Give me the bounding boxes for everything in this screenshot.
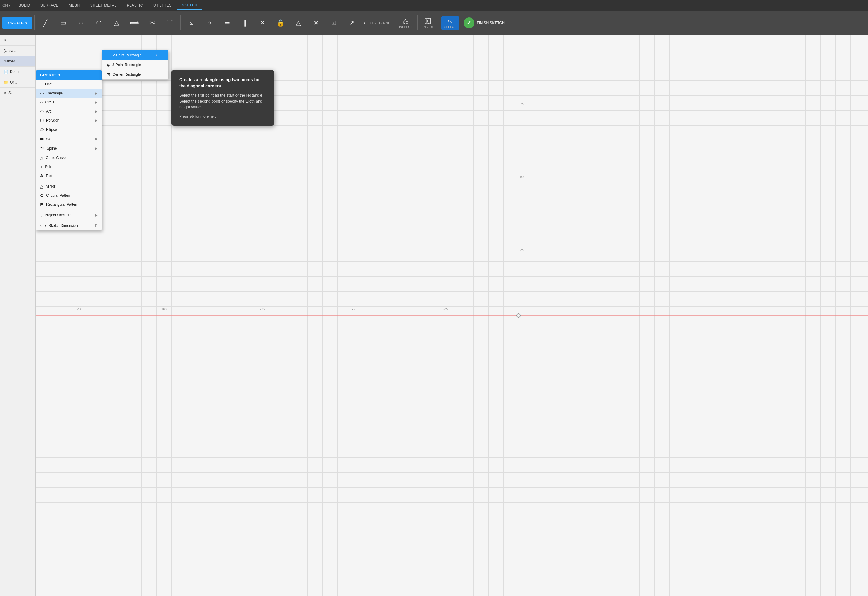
design-dropdown[interactable]: GN ▾ [2,3,10,7]
spline-menu-icon: 〜 [40,146,44,151]
menu-item-circular-pattern[interactable]: ✿ Circular Pattern [36,191,102,200]
tool-constraint-arr[interactable]: ↗ [343,13,360,32]
tool-constraint-3[interactable]: ═ [219,13,235,32]
tool-constraint-tri[interactable]: △ [290,13,307,32]
slot-menu-icon: ⬬ [40,136,44,142]
tab-sheet-metal[interactable]: SHEET METAL [86,1,122,9]
tab-utilities[interactable]: UTILITIES [148,1,177,9]
ellipse-menu-icon: ⬭ [40,127,44,132]
circle-arrow-icon: ▶ [95,100,98,104]
menu-item-ellipse[interactable]: ⬭ Ellipse [36,125,102,134]
tool-constraint-5[interactable]: ✕ [254,13,271,32]
tab-surface[interactable]: SURFACE [35,1,64,9]
slot-arrow-icon: ▶ [95,137,98,141]
menu-item-text-left: A Text [40,173,98,178]
menu-item-point[interactable]: + Point [36,162,102,171]
tab-solid[interactable]: SOLID [13,1,35,9]
sidebar-item-sk[interactable]: ✏ Sk... [0,88,35,98]
tool-constraint-4[interactable]: ∥ [236,13,253,32]
menu-item-arc-label: Arc [46,109,52,114]
separator-1 [34,15,35,31]
rect2-more-icon[interactable]: ⋯ [160,53,164,58]
ruler-v-1: 75 [521,102,523,106]
tool-constraint-cross[interactable]: ✕ [308,13,324,32]
menu-item-text[interactable]: A Text [36,171,102,180]
canvas-area[interactable]: -125 -100 -75 -50 -25 75 50 25 CREATE ▾ … [35,35,868,596]
inspect-icon: ⚖ [402,18,409,25]
menu-item-polygon[interactable]: ⬡ Polygon ▶ [36,116,102,125]
submenu-item-center-rect[interactable]: ⊡ Center Rectangle [102,70,168,79]
submenu-item-center-label: Center Rectangle [112,72,140,77]
create-dropdown-menu: CREATE ▾ ╌ Line L ▭ Rectangle ▶ [35,70,102,230]
menu-item-sketch-dimension[interactable]: ⟷ Sketch Dimension D [36,221,102,230]
rect-icon: ▭ [60,19,67,27]
ruler-h-4: -50 [352,308,356,311]
arr-icon: ↗ [349,19,354,27]
menu-item-mirror[interactable]: △ Mirror [36,182,102,191]
submenu-item-2point-label: 2-Point Rectangle [113,53,142,57]
sidebar-item-named[interactable]: Named [0,56,35,66]
tool-rect[interactable]: ▭ [55,13,71,32]
tab-sketch[interactable]: SKETCH [177,1,203,10]
menu-item-slot-label: Slot [46,137,53,141]
create-menu-arrow-icon: ▾ [58,73,61,77]
select-icon: ↖ [447,18,453,25]
menu-item-arc[interactable]: ◠ Arc ▶ [36,107,102,116]
docum-icon: 📄 [4,70,8,74]
polygon-menu-icon: ⬡ [40,118,44,123]
sidebar-item-or[interactable]: 📁 Or... [0,77,35,88]
tool-constraint-1[interactable]: ⊾ [183,13,200,32]
design-label: GN ▾ [2,3,10,7]
submenu-item-3point-rect[interactable]: ⬙ 3-Point Rectangle [102,60,168,70]
tool-curve[interactable]: ⌒ [161,13,178,32]
inspect-button[interactable]: ⚖ INSPECT [396,16,415,31]
menu-item-rect-pattern[interactable]: ⊞ Rectangular Pattern [36,200,102,209]
menu-item-project-include[interactable]: ↓ Project / Include ▶ [36,211,102,220]
menu-item-spline[interactable]: 〜 Spline ▶ [36,143,102,153]
rect-arrow-icon: ▶ [95,91,98,95]
tool-dimension[interactable]: ⟺ [126,13,143,32]
constraints-label: CONSTRAINTS [370,21,392,25]
menu-item-line[interactable]: ╌ Line L [36,80,102,89]
tab-mesh[interactable]: MESH [64,1,85,9]
menu-item-circle-label: Circle [45,100,54,104]
insert-button[interactable]: 🖼 INSERT [420,16,437,31]
menu-item-dimension-label: Sketch Dimension [49,223,78,228]
menu-item-conic[interactable]: △ Conic Curve [36,153,102,162]
tool-arc[interactable]: ◠ [90,13,107,32]
menu-item-ellipse-left: ⬭ Ellipse [40,127,98,132]
constraint1-icon: ⊾ [189,19,194,27]
sidebar-item-r[interactable]: R [0,35,35,46]
create-label: CREATE [8,21,24,25]
sidebar-item-docum[interactable]: 📄 Docum... [0,66,35,77]
tooltip-title: Creates a rectangle using two points for… [179,77,266,89]
menu-item-rectangle[interactable]: ▭ Rectangle ▶ [36,89,102,98]
tool-triangle[interactable]: △ [108,13,125,32]
tab-plastic[interactable]: PLASTIC [122,1,148,9]
rect3-icon: ⬙ [106,62,110,67]
menu-item-circle[interactable]: ○ Circle ▶ [36,98,102,107]
tool-constraint-lock[interactable]: 🔒 [272,13,289,32]
menu-item-conic-left: △ Conic Curve [40,155,98,160]
dimension-menu-icon: ⟷ [40,223,46,228]
constraints-dropdown[interactable]: ▾ [361,13,368,32]
origin-marker [516,313,521,317]
menu-item-text-label: Text [46,174,52,178]
tabs-row: GN ▾ SOLID SURFACE MESH SHEET METAL PLAS… [0,0,868,11]
tool-constraint-2[interactable]: ○ [201,13,217,32]
main-layout: R (Unsa... Named 📄 Docum... 📁 Or... ✏ Sk… [0,35,868,596]
tool-line[interactable]: ╱ [37,13,54,32]
create-button[interactable]: CREATE ▾ [2,17,32,29]
sidebar-item-unsaved[interactable]: (Unsa... [0,46,35,56]
tool-circle[interactable]: ○ [72,13,89,32]
menu-item-project-label: Project / Include [45,213,71,217]
finish-sketch-button[interactable]: ✓ FINISH SKETCH [464,18,505,28]
tool-constraint-sym[interactable]: ⊡ [325,13,342,32]
ruler-h-1: -125 [77,308,83,311]
select-button[interactable]: ↖ SELECT [441,16,459,31]
create-menu-header[interactable]: CREATE ▾ [36,70,102,80]
submenu-item-2point-rect[interactable]: ▭ 2-Point Rectangle R ⋯ [102,50,168,60]
menu-item-slot[interactable]: ⬬ Slot ▶ [36,134,102,143]
rect2-shortcut: R [155,53,157,57]
tool-trim[interactable]: ✂ [143,13,161,32]
